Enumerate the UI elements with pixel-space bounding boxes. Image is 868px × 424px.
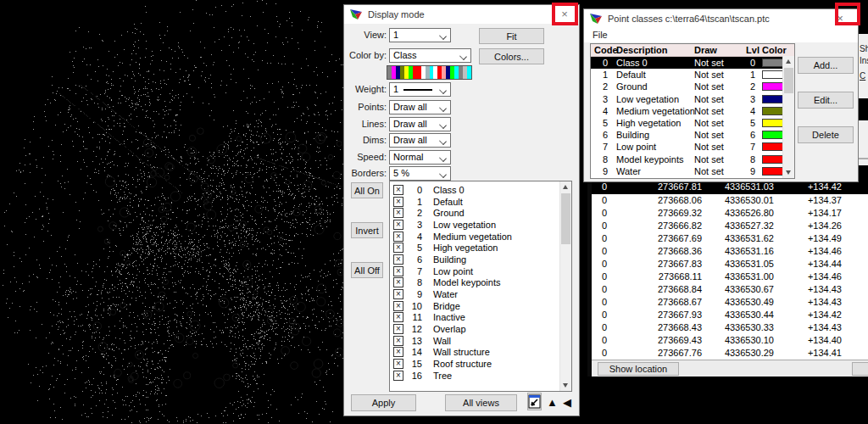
checkbox-checked-icon[interactable] [393, 347, 403, 357]
checkbox-checked-icon[interactable] [393, 301, 403, 311]
points-select[interactable]: Draw all [389, 100, 451, 114]
checkbox-checked-icon[interactable] [393, 359, 403, 369]
checkbox-checked-icon[interactable] [393, 208, 403, 218]
class-list-item[interactable]: 8 Model keypoints [390, 277, 571, 289]
table-row[interactable]: 0 273669.32 4336526.80 +134.17 [592, 207, 868, 220]
color-by-select[interactable]: Class [389, 48, 471, 63]
colors-button[interactable]: Colors... [479, 48, 544, 64]
class-list-item[interactable]: 3 Low vegetation [390, 219, 571, 231]
edit-button[interactable]: Edit... [798, 92, 854, 109]
class-row[interactable]: 9 Water Not set 9 [591, 165, 794, 177]
table-row[interactable]: 0 273667.83 4336531.05 +134.44 [592, 258, 868, 271]
scroll-up-icon[interactable] [560, 181, 571, 192]
table-row[interactable]: 0 273666.82 4336527.32 +134.26 [592, 220, 868, 232]
weight-select[interactable]: 1 [389, 82, 451, 97]
table-row[interactable]: 0 273668.67 4336530.49 +134.43 [592, 296, 868, 309]
class-list-item[interactable]: 2 Ground [390, 207, 571, 219]
table-row[interactable]: 0 273668.06 4336530.01 +134.37 [592, 194, 868, 207]
class-row[interactable]: 8 Model keypoints Not set 8 [591, 153, 794, 165]
table-row[interactable]: 0 273668.36 4336531.16 +134.46 [592, 245, 868, 258]
class-list-item[interactable]: 0 Class 0 [390, 184, 571, 196]
scroll-down-icon[interactable] [560, 380, 571, 391]
all-off-button[interactable]: All Off [351, 262, 383, 278]
apply-button[interactable]: Apply [351, 394, 416, 411]
class-list-item[interactable]: 6 Building [390, 254, 571, 265]
speed-select[interactable]: Normal [389, 150, 451, 165]
table-row[interactable]: 0 273667.76 4336530.29 +134.41 [592, 347, 868, 360]
class-list-item[interactable]: 14 Wall structure [390, 347, 571, 359]
display-mode-titlebar[interactable]: Display mode × [344, 5, 579, 24]
delete-button[interactable]: Delete [798, 126, 854, 143]
class-list-item[interactable]: 13 Wall [390, 335, 571, 347]
checkbox-checked-icon[interactable] [393, 277, 403, 287]
dock-window-icon[interactable] [527, 393, 542, 410]
menu-file[interactable]: File [593, 28, 608, 42]
class-list-item[interactable]: 11 Inactive [390, 312, 571, 324]
menubar: File [584, 28, 858, 42]
partial-button[interactable] [852, 362, 868, 376]
checkbox-checked-icon[interactable] [393, 220, 403, 230]
checkbox-checked-icon[interactable] [393, 254, 403, 265]
checkbox-checked-icon[interactable] [393, 336, 403, 346]
class-list-item[interactable]: 7 Low point [390, 265, 571, 277]
scroll-thumb[interactable] [784, 68, 793, 93]
dialog-title: Display mode [368, 9, 425, 20]
classes-table-header: Code Description Draw Lvl Color [591, 44, 794, 57]
class-list-item[interactable]: 5 High vegetation [390, 242, 571, 254]
table-row[interactable]: 0 273667.69 4336531.62 +134.49 [592, 232, 868, 245]
table-row[interactable]: 0 273668.43 4336530.33 +134.43 [592, 321, 868, 334]
left-triangle-icon[interactable]: ◀ [563, 394, 571, 411]
show-location-button[interactable]: Show location [598, 362, 679, 376]
class-row[interactable]: 4 Medium vegetation Not set 4 [591, 105, 794, 117]
class-row[interactable]: 7 Low point Not set 7 [591, 141, 794, 153]
classes-scrollbar[interactable] [782, 56, 794, 178]
up-triangle-icon[interactable]: ▲ [547, 394, 558, 411]
checkbox-checked-icon[interactable] [393, 312, 403, 322]
point-cloud-view[interactable] [0, 0, 348, 424]
checkbox-checked-icon[interactable] [393, 324, 403, 334]
scroll-down-icon[interactable] [783, 167, 794, 178]
borders-select[interactable]: 5 % [389, 166, 451, 181]
lines-select[interactable]: Draw all [389, 117, 451, 131]
add-button[interactable]: Add... [798, 57, 854, 74]
chevron-down-icon [439, 137, 447, 145]
class-list-item[interactable]: 4 Medium vegetation [390, 231, 571, 243]
table-row[interactable]: 0 273669.43 4336530.10 +134.40 [592, 334, 868, 347]
class-list-item[interactable]: 10 Bridge [390, 300, 571, 312]
class-list-item[interactable]: 12 Overlap [390, 323, 571, 335]
scroll-up-icon[interactable] [783, 56, 794, 67]
checkbox-checked-icon[interactable] [393, 197, 403, 207]
class-row[interactable]: 1 Default Not set 1 [591, 69, 794, 81]
point-classes-titlebar[interactable]: Point classes c:\terra64\tscan\tscan.ptc… [584, 9, 858, 28]
fit-button[interactable]: Fit [479, 28, 544, 44]
class-list-item[interactable]: 1 Default [390, 196, 571, 208]
class-list-item[interactable]: 16 Tree [390, 370, 571, 382]
checkbox-checked-icon[interactable] [393, 289, 403, 299]
invert-button[interactable]: Invert [351, 222, 383, 238]
class-row-selected[interactable]: 0 Class 0 Not set 0 [591, 57, 785, 69]
class-list-item[interactable]: 9 Water [390, 288, 571, 300]
table-row[interactable]: 0 273667.93 4336530.44 +134.42 [592, 309, 868, 321]
all-views-button[interactable]: All views [445, 394, 517, 411]
checkbox-checked-icon[interactable] [393, 232, 403, 242]
class-row[interactable]: 2 Ground Not set 2 [591, 81, 794, 92]
scroll-thumb[interactable] [561, 193, 570, 244]
class-row[interactable]: 5 High vegetation Not set 5 [591, 117, 794, 129]
checkbox-checked-icon[interactable] [393, 266, 403, 276]
class-list-item[interactable]: 15 Roof structure [390, 358, 571, 370]
checkbox-checked-icon[interactable] [393, 371, 403, 381]
view-select[interactable]: 1 [389, 28, 451, 42]
class-visibility-list: 0 Class 0 1 Default 2 Ground [389, 181, 572, 392]
terrascan-logo-icon [349, 8, 363, 20]
checkbox-checked-icon[interactable] [393, 185, 403, 195]
class-list-scrollbar[interactable] [559, 181, 571, 391]
table-row[interactable]: 0 273668.84 4336530.67 +134.43 [592, 283, 868, 296]
all-on-button[interactable]: All On [351, 182, 383, 198]
class-color-swatch [762, 70, 784, 79]
class-row[interactable]: 3 Low vegetation Not set 3 [591, 93, 794, 105]
class-row[interactable]: 6 Building Not set 6 [591, 129, 794, 141]
table-row-selected[interactable]: 0 273667.81 4336531.03 +134.42 [592, 182, 868, 194]
dims-select[interactable]: Draw all [389, 133, 451, 148]
checkbox-checked-icon[interactable] [393, 243, 403, 253]
table-row[interactable]: 0 273668.11 4336531.00 +134.46 [592, 271, 868, 283]
